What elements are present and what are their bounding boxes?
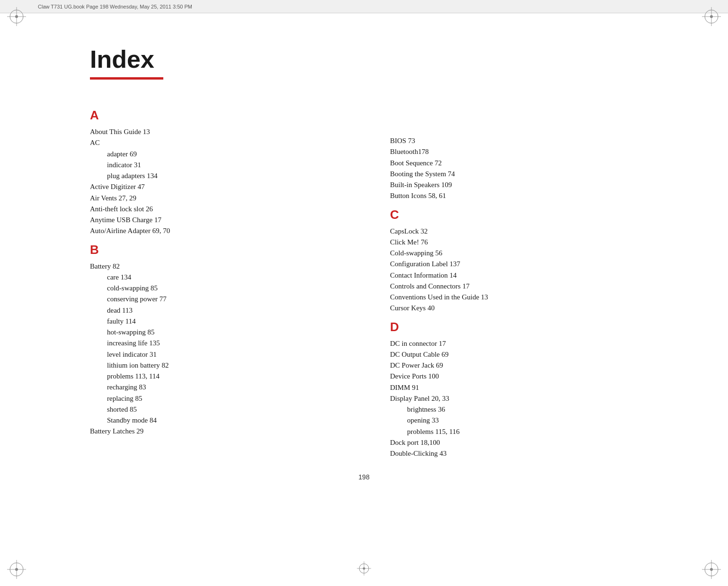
entry-double-clicking: Double-Clicking 43	[390, 448, 652, 459]
entry-dc-output-cable: DC Output Cable 69	[390, 349, 652, 360]
entry-bluetooth: Bluetooth178	[390, 146, 652, 157]
entry-cold-swapping: Cold-swapping 56	[390, 248, 652, 259]
entry-contact-information: Contact Information 14	[390, 270, 652, 281]
entry-dc-power-jack: DC Power Jack 69	[390, 360, 652, 371]
entry-battery-problems: problems 113, 114	[90, 371, 352, 382]
section-b-continued: BIOS 73 Bluetooth178 Boot Sequence 72 Bo…	[390, 108, 652, 202]
entry-plug-adapters: plug adapters 134	[90, 171, 352, 181]
entry-configuration-label: Configuration Label 137	[390, 259, 652, 270]
entry-battery-latches: Battery Latches 29	[90, 426, 352, 437]
entry-battery-standby: Standby mode 84	[90, 415, 352, 426]
entry-controls-connectors: Controls and Connectors 17	[390, 281, 652, 292]
entry-active-digitizer: Active Digitizer 47	[90, 181, 352, 192]
entry-battery-hot-swapping: hot-swapping 85	[90, 327, 352, 338]
index-columns: A About This Guide 13 AC adapter 69 indi…	[28, 108, 700, 459]
reg-mark-bottom-center	[357, 561, 371, 577]
section-c: C CapsLock 32 Click Me! 76 Cold-swapping…	[390, 207, 652, 314]
entry-anti-theft: Anti-theft lock slot 26	[90, 204, 352, 215]
section-letter-b: B	[90, 243, 352, 257]
entry-booting-system: Booting the System 74	[390, 169, 652, 180]
entry-anytime-usb: Anytime USB Charge 17	[90, 215, 352, 225]
entry-battery-lithium: lithium ion battery 82	[90, 360, 352, 371]
entry-battery: Battery 82	[90, 261, 352, 272]
entry-ac: AC	[90, 137, 352, 148]
entry-display-problems: problems 115, 116	[390, 426, 652, 437]
entry-about-this-guide: About This Guide 13	[90, 126, 352, 137]
section-letter-a: A	[90, 108, 352, 123]
entry-adapter: adapter 69	[90, 149, 352, 160]
entry-device-ports: Device Ports 100	[390, 371, 652, 382]
entry-capslock: CapsLock 32	[390, 226, 652, 237]
entry-display-panel: Display Panel 20, 33	[390, 393, 652, 404]
entry-dc-in-connector: DC in connector 17	[390, 338, 652, 349]
entry-battery-recharging: recharging 83	[90, 382, 352, 393]
entry-conventions-used: Conventions Used in the Guide 13	[390, 292, 652, 303]
entry-dock-port: Dock port 18,100	[390, 437, 652, 448]
reg-mark-top-right	[702, 7, 721, 26]
left-column: A About This Guide 13 AC adapter 69 indi…	[90, 108, 381, 459]
entry-bios: BIOS 73	[390, 135, 652, 146]
reg-mark-bottom-left	[7, 560, 26, 579]
entry-battery-shorted: shorted 85	[90, 404, 352, 415]
reg-mark-bottom-right	[702, 560, 721, 579]
entry-air-vents: Air Vents 27, 29	[90, 193, 352, 204]
entry-dimm: DIMM 91	[390, 382, 652, 393]
page-container: Claw T731 UG.book Page 198 Wednesday, Ma…	[0, 0, 728, 586]
entry-battery-level-indicator: level indicator 31	[90, 349, 352, 360]
entry-battery-increasing-life: increasing life 135	[90, 338, 352, 349]
header-bar: Claw T731 UG.book Page 198 Wednesday, Ma…	[0, 0, 728, 13]
entry-indicator: indicator 31	[90, 160, 352, 171]
header-text: Claw T731 UG.book Page 198 Wednesday, Ma…	[38, 4, 192, 9]
section-d: D DC in connector 17 DC Output Cable 69 …	[390, 320, 652, 460]
section-b: B Battery 82 care 134 cold-swapping 85 c…	[90, 243, 352, 437]
page-number: 198	[28, 473, 700, 481]
entry-battery-care: care 134	[90, 272, 352, 283]
entry-auto-airline: Auto/Airline Adapter 69, 70	[90, 225, 352, 236]
entry-battery-cold-swapping: cold-swapping 85	[90, 283, 352, 294]
entry-battery-conserving: conserving power 77	[90, 294, 352, 305]
entry-button-icons: Button Icons 58, 61	[390, 190, 652, 201]
section-letter-c: C	[390, 207, 652, 222]
entry-battery-replacing: replacing 85	[90, 393, 352, 404]
page-title: Index	[90, 45, 648, 73]
entry-battery-faulty: faulty 114	[90, 316, 352, 327]
red-rule-decoration	[90, 77, 163, 80]
entry-boot-sequence: Boot Sequence 72	[390, 158, 652, 169]
entry-built-in-speakers: Built-in Speakers 109	[390, 180, 652, 190]
entry-battery-dead: dead 113	[90, 305, 352, 316]
entry-cursor-keys: Cursor Keys 40	[390, 303, 652, 314]
entry-display-brightness: brightness 36	[390, 404, 652, 415]
title-area: Index	[28, 19, 700, 108]
section-a: A About This Guide 13 AC adapter 69 indi…	[90, 108, 352, 237]
entry-display-opening: opening 33	[390, 415, 652, 426]
right-column: BIOS 73 Bluetooth178 Boot Sequence 72 Bo…	[381, 108, 652, 459]
reg-mark-top-left	[7, 7, 26, 26]
entry-click-me: Click Me! 76	[390, 237, 652, 248]
section-letter-d: D	[390, 320, 652, 334]
